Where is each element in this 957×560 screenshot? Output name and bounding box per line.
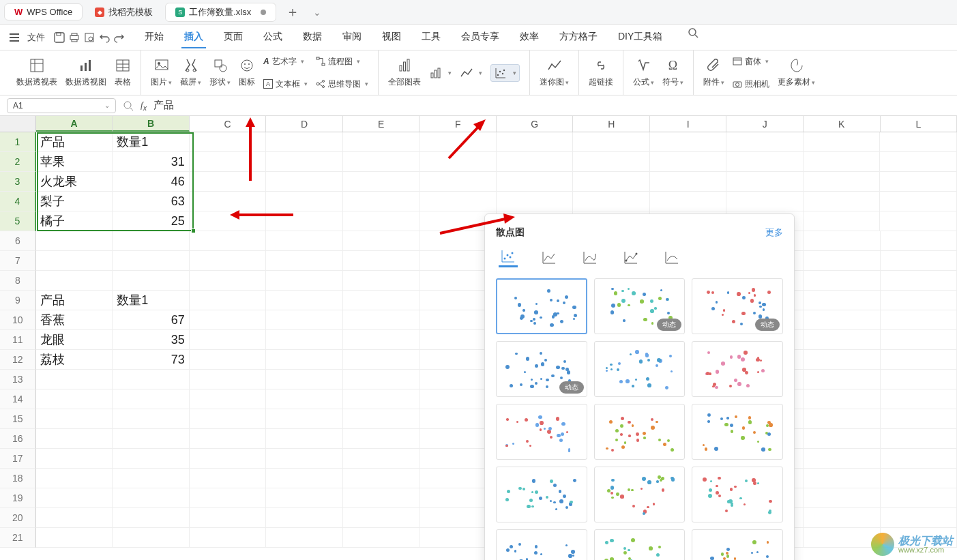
scatter-type-smooth[interactable] <box>580 248 600 267</box>
cell-B15[interactable] <box>113 409 190 429</box>
cell-B9[interactable]: 数量1 <box>113 291 190 310</box>
selection-handle[interactable] <box>191 229 196 233</box>
cell-E4[interactable] <box>343 192 420 211</box>
cell-E18[interactable] <box>343 469 420 488</box>
cell-L9[interactable] <box>881 291 957 310</box>
menu-view[interactable]: 视图 <box>379 27 404 48</box>
cell-L18[interactable] <box>881 469 957 488</box>
attachment-button[interactable]: 附件▾ <box>703 57 724 88</box>
cell-L2[interactable] <box>880 152 957 172</box>
more-assets-button[interactable]: 更多素材▾ <box>778 57 815 88</box>
cell-C12[interactable] <box>190 350 267 370</box>
col-header-J[interactable]: J <box>726 116 804 132</box>
row-header[interactable]: 4 <box>0 192 36 211</box>
cell-D18[interactable] <box>266 469 343 488</box>
cell-L7[interactable] <box>881 251 957 271</box>
cell-D13[interactable] <box>266 370 343 389</box>
all-charts-button[interactable]: 全部图表 <box>388 57 421 88</box>
cell-F4[interactable] <box>419 192 497 211</box>
equation-button[interactable]: 公式▾ <box>633 57 654 88</box>
line-chart-icon[interactable] <box>460 66 473 80</box>
cell-C9[interactable] <box>190 291 267 310</box>
col-header-A[interactable]: A <box>36 116 113 132</box>
cell-C10[interactable] <box>190 310 267 330</box>
cell-D10[interactable] <box>266 310 343 330</box>
cell-C3[interactable] <box>190 172 267 192</box>
cell-H3[interactable] <box>573 172 650 192</box>
menu-page[interactable]: 页面 <box>221 27 246 48</box>
menu-review[interactable]: 审阅 <box>340 27 364 48</box>
chart-template-12[interactable] <box>496 529 587 560</box>
cell-D17[interactable] <box>266 449 343 469</box>
menu-vip[interactable]: 会员专享 <box>458 27 502 48</box>
row-header[interactable]: 12 <box>0 350 36 370</box>
cell-B7[interactable] <box>113 251 190 271</box>
cell-C18[interactable] <box>190 469 267 488</box>
cell-D11[interactable] <box>266 330 343 350</box>
cell-A2[interactable]: 苹果 <box>36 152 113 172</box>
cell-C8[interactable] <box>190 271 267 291</box>
scatter-type-basic[interactable] <box>499 248 518 267</box>
chart-template-4[interactable] <box>594 341 686 397</box>
cell-H2[interactable] <box>573 152 650 172</box>
cell-L17[interactable] <box>881 449 957 469</box>
row-header[interactable]: 20 <box>0 508 36 528</box>
cell-B12[interactable]: 73 <box>113 350 190 370</box>
cell-C16[interactable] <box>190 429 267 449</box>
cell-J3[interactable] <box>726 172 804 192</box>
cell-D3[interactable] <box>266 172 343 192</box>
cell-C1[interactable] <box>190 132 267 152</box>
cell-L3[interactable] <box>880 172 957 192</box>
chart-template-5[interactable] <box>692 341 783 397</box>
col-header-F[interactable]: F <box>419 116 497 132</box>
cell-D4[interactable] <box>266 192 343 211</box>
textbox-button[interactable]: A文本框▾ <box>263 74 308 94</box>
chart-template-9[interactable] <box>496 467 587 522</box>
cell-K16[interactable] <box>804 429 881 449</box>
cell-K9[interactable] <box>804 291 881 310</box>
form-button[interactable]: 窗体▾ <box>733 52 769 72</box>
formula-value[interactable]: 产品 <box>153 99 174 112</box>
symbol-button[interactable]: Ω符号▾ <box>662 57 683 88</box>
cell-C11[interactable] <box>190 330 267 350</box>
cell-L15[interactable] <box>881 409 957 429</box>
col-header-G[interactable]: G <box>497 116 574 132</box>
chart-template-1[interactable]: 动态 <box>594 278 686 334</box>
cell-L8[interactable] <box>881 271 957 291</box>
col-header-K[interactable]: K <box>804 116 881 132</box>
cell-B10[interactable]: 67 <box>113 310 190 330</box>
row-header[interactable]: 18 <box>0 469 36 488</box>
cell-K13[interactable] <box>804 370 881 389</box>
cell-K11[interactable] <box>804 330 881 350</box>
cell-D12[interactable] <box>266 350 343 370</box>
shapes-button[interactable]: 形状▾ <box>209 57 231 88</box>
cell-J4[interactable] <box>726 192 804 211</box>
select-all-corner[interactable] <box>0 116 36 132</box>
cell-A20[interactable] <box>36 508 113 528</box>
cell-E5[interactable] <box>343 211 420 231</box>
search-icon[interactable] <box>687 27 699 48</box>
cell-E19[interactable] <box>343 488 420 508</box>
cell-K19[interactable] <box>804 488 881 508</box>
chart-template-14[interactable] <box>692 529 783 560</box>
cell-B5[interactable]: 25 <box>113 211 190 231</box>
mindmap-button[interactable]: 思维导图▾ <box>316 74 368 94</box>
cell-B17[interactable] <box>113 449 190 469</box>
cell-B20[interactable] <box>113 508 190 528</box>
cell-A6[interactable] <box>36 231 113 251</box>
popup-more-link[interactable]: 更多 <box>765 226 783 239</box>
cell-K10[interactable] <box>804 310 881 330</box>
row-header[interactable]: 1 <box>0 132 36 152</box>
cell-D16[interactable] <box>266 429 343 449</box>
add-tab-button[interactable]: ＋ <box>279 3 306 21</box>
cell-C15[interactable] <box>190 409 267 429</box>
cell-A12[interactable]: 荔枝 <box>36 350 113 370</box>
tab-workbook[interactable]: S 工作簿数量.xlsx <box>165 3 276 22</box>
table-button[interactable]: 表格 <box>115 57 131 88</box>
hyperlink-button[interactable]: 超链接 <box>589 57 613 88</box>
chart-template-0[interactable] <box>496 278 587 334</box>
zoom-icon[interactable] <box>123 100 134 111</box>
cell-L5[interactable] <box>880 211 957 231</box>
cell-L10[interactable] <box>881 310 957 330</box>
cell-B4[interactable]: 63 <box>113 192 190 211</box>
